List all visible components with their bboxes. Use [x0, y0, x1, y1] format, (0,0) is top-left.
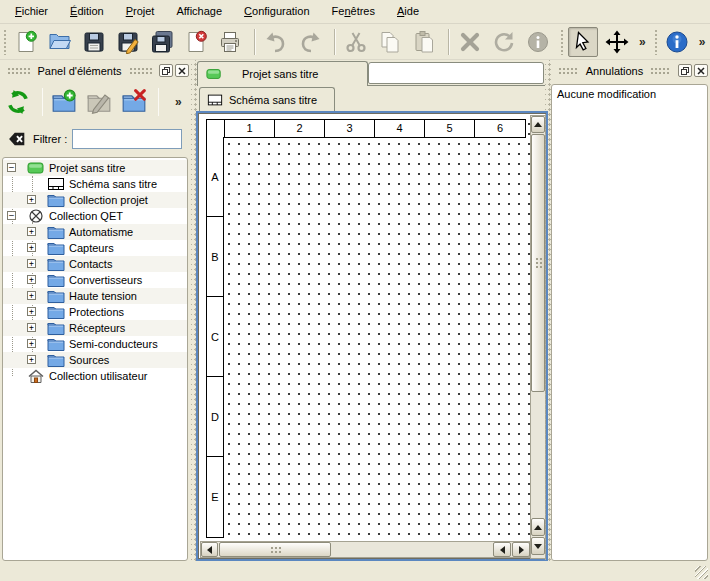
delete-category-button[interactable]: [118, 86, 150, 118]
elements-panel-titlebar[interactable]: Panel d'éléments: [2, 62, 189, 79]
expand-icon[interactable]: +: [27, 275, 36, 284]
rotate-button[interactable]: [489, 27, 519, 57]
redo-button[interactable]: [295, 27, 325, 57]
move-tool-button[interactable]: [602, 27, 632, 57]
toolbar-overflow-button[interactable]: »: [636, 35, 649, 49]
h-scrollbar[interactable]: [200, 541, 530, 558]
tree-item-convertisseurs[interactable]: +Convertisseurs: [3, 272, 187, 288]
toolbar-separator: [42, 88, 43, 116]
expand-icon[interactable]: +: [27, 259, 36, 268]
toolbar-drag-handle[interactable]: [560, 29, 565, 55]
tree-item-automatisme[interactable]: +Automatisme: [3, 224, 187, 240]
undo-panel-titlebar[interactable]: Annulations: [553, 62, 708, 79]
panel-overflow-button[interactable]: »: [172, 95, 185, 109]
tree-item-label: Protections: [69, 304, 124, 320]
new-project-button[interactable]: [11, 27, 41, 57]
float-button[interactable]: [678, 64, 692, 77]
scroll-down-button[interactable]: [531, 537, 545, 555]
tree-item-protections[interactable]: +Protections: [3, 304, 187, 320]
v-scroll-thumb[interactable]: [531, 134, 545, 392]
scroll-right-button[interactable]: [512, 542, 530, 557]
close-project-button[interactable]: [181, 27, 211, 57]
tab-schema[interactable]: Schéma sans titre: [199, 87, 335, 111]
menu-projet[interactable]: Projet: [115, 2, 166, 21]
column-label-6: 6: [475, 120, 525, 137]
tree-item-label: Récepteurs: [69, 320, 125, 336]
tree-item-capteurs[interactable]: +Capteurs: [3, 240, 187, 256]
save-button[interactable]: [79, 27, 109, 57]
scroll-left-button-2[interactable]: [493, 542, 511, 557]
schema-icon: [207, 93, 223, 107]
expand-icon[interactable]: +: [27, 227, 36, 236]
expand-icon[interactable]: +: [27, 195, 36, 204]
undo-button[interactable]: [261, 27, 291, 57]
folder-plus-icon: [51, 89, 77, 115]
cut-button[interactable]: [341, 27, 371, 57]
toolbar-overflow-button[interactable]: »: [696, 35, 709, 49]
tree-item-collection-projet[interactable]: +Collection projet: [3, 192, 187, 208]
menu-affichage[interactable]: Affichage: [165, 2, 233, 21]
tree-item-sch-ma-sans-titre[interactable]: Schéma sans titre: [3, 176, 187, 192]
tree-item-label: Semi-conducteurs: [69, 336, 158, 352]
tree-item-contacts[interactable]: +Contacts: [3, 256, 187, 272]
close-dock-button[interactable]: [694, 64, 708, 77]
tree-item-projet-sans-titre[interactable]: –Projet sans titre: [3, 160, 187, 176]
expand-icon[interactable]: +: [27, 355, 36, 364]
element-info-button[interactable]: [523, 27, 553, 57]
undo-panel-title: Annulations: [584, 65, 646, 77]
save-as-button[interactable]: [113, 27, 143, 57]
scroll-up-button-2[interactable]: [531, 518, 545, 536]
row-label-D: D: [207, 377, 223, 457]
tree-item-sources[interactable]: +Sources: [3, 352, 187, 368]
copy-button[interactable]: [375, 27, 405, 57]
print-button[interactable]: [215, 27, 245, 57]
expand-icon[interactable]: +: [27, 243, 36, 252]
menu-edition[interactable]: Édition: [59, 2, 115, 21]
tree-item-collection-qet[interactable]: –Collection QET: [3, 208, 187, 224]
paste-button[interactable]: [409, 27, 439, 57]
schema-canvas[interactable]: 123456 ABCDE: [198, 113, 546, 559]
close-dock-button[interactable]: [175, 64, 189, 77]
resize-grip[interactable]: [695, 566, 708, 579]
clear-filter-button[interactable]: [5, 127, 29, 151]
collapse-icon[interactable]: –: [7, 163, 16, 172]
reload-collections-button[interactable]: [2, 86, 34, 118]
open-project-button[interactable]: [45, 27, 75, 57]
collapse-icon[interactable]: –: [7, 211, 16, 220]
h-scroll-thumb[interactable]: [219, 542, 331, 557]
tab-project[interactable]: Projet sans titre: [197, 61, 368, 86]
tree-item-collection-utilisateur[interactable]: Collection utilisateur: [3, 368, 187, 384]
edit-category-button[interactable]: [83, 86, 115, 118]
project-icon: [206, 67, 222, 81]
folder-icon: [47, 273, 65, 287]
tree-item-r-cepteurs[interactable]: +Récepteurs: [3, 320, 187, 336]
tab-empty[interactable]: [368, 62, 544, 84]
menu-fenetres[interactable]: Fenêtres: [321, 2, 386, 21]
filter-input[interactable]: [72, 129, 182, 149]
menu-aide[interactable]: Aide: [386, 2, 430, 21]
expand-icon[interactable]: +: [27, 323, 36, 332]
scroll-left-button[interactable]: [201, 542, 218, 557]
save-all-button[interactable]: [147, 27, 177, 57]
select-tool-button[interactable]: [568, 27, 598, 57]
undo-list-item[interactable]: Aucune modification: [552, 85, 707, 104]
toolbar-drag-handle[interactable]: [654, 29, 659, 55]
new-category-button[interactable]: [48, 86, 80, 118]
toolbar-separator: [158, 88, 159, 116]
expand-icon[interactable]: +: [27, 307, 36, 316]
undo-icon: [264, 30, 288, 54]
scroll-up-button[interactable]: [531, 116, 545, 133]
delete-button[interactable]: [455, 27, 485, 57]
row-label-C: C: [207, 297, 223, 377]
toolbar-drag-handle[interactable]: [3, 29, 8, 55]
expand-icon[interactable]: +: [27, 339, 36, 348]
about-qet-button[interactable]: [662, 27, 692, 57]
tree-item-label: Projet sans titre: [49, 160, 125, 176]
float-button[interactable]: [159, 64, 173, 77]
v-scrollbar[interactable]: [530, 115, 546, 559]
tree-item-semi-conducteurs[interactable]: +Semi-conducteurs: [3, 336, 187, 352]
menu-configuration[interactable]: Configuration: [233, 2, 320, 21]
expand-icon[interactable]: +: [27, 291, 36, 300]
tree-item-haute-tension[interactable]: +Haute tension: [3, 288, 187, 304]
menu-fichier[interactable]: Fichier: [4, 2, 59, 21]
